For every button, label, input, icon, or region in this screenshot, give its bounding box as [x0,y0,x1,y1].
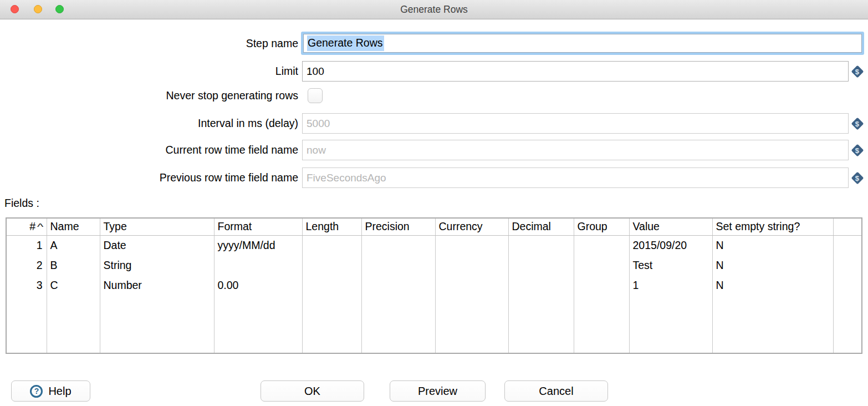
variable-icon[interactable]: $ [851,117,864,130]
help-button-label: Help [48,385,71,398]
spacer-column-header [833,219,861,235]
column-header-value[interactable]: Value [629,219,712,235]
table-cell[interactable]: 0.00 [214,275,302,295]
fields-section-label: Fields : [4,197,39,210]
column-header-name[interactable]: Name [47,219,100,235]
empty-cell[interactable] [629,295,712,353]
table-cell[interactable]: C [47,275,100,295]
table-cell[interactable]: Date [100,235,214,255]
ok-button[interactable]: OK [261,380,364,402]
table-cell[interactable]: N [712,235,833,255]
empty-cell[interactable] [833,295,861,353]
table-cell[interactable] [361,235,435,255]
current-row-time-input[interactable] [302,140,849,160]
table-cell[interactable]: A [47,235,100,255]
empty-cell[interactable] [302,295,361,353]
table-cell[interactable]: yyyy/MM/dd [214,235,302,255]
cancel-button-label: Cancel [539,385,573,398]
sort-ascending-icon: ^ [37,222,43,232]
table-cell[interactable]: N [712,255,833,275]
titlebar[interactable]: Generate Rows [0,0,868,19]
column-header-[interactable]: #^ [7,219,47,235]
column-header-format[interactable]: Format [214,219,302,235]
table-cell[interactable]: String [100,255,214,275]
spacer-cell [833,235,861,255]
table-cell[interactable]: 2 [7,255,47,275]
interval-label: Interval in ms (delay) [0,113,298,134]
table-cell[interactable]: B [47,255,100,275]
ok-button-label: OK [304,385,320,398]
column-header-set-empty-string[interactable]: Set empty string? [712,219,833,235]
table-cell[interactable] [508,255,574,275]
step-name-focus-ring: Generate Rows [301,32,864,55]
table-cell[interactable]: 1 [7,235,47,255]
table-cell[interactable]: Number [100,275,214,295]
table-cell[interactable]: 2015/09/20 [629,235,712,255]
help-icon: ? [30,385,43,398]
table-cell[interactable] [361,275,435,295]
table-cell[interactable] [508,235,574,255]
table-cell[interactable]: 3 [7,275,47,295]
variable-icon[interactable]: $ [851,65,864,78]
empty-cell[interactable] [214,295,302,353]
empty-cell[interactable] [100,295,214,353]
empty-cell[interactable] [361,295,435,353]
window-title: Generate Rows [0,0,868,19]
preview-button-label: Preview [418,385,457,398]
table-cell[interactable]: 1 [629,275,712,295]
column-header-length[interactable]: Length [302,219,361,235]
table-cell[interactable] [574,255,629,275]
empty-cell[interactable] [47,295,100,353]
table-cell[interactable] [302,275,361,295]
step-name-label: Step name [0,32,298,55]
table-row[interactable]: 1ADateyyyy/MM/dd2015/09/20N [7,235,861,255]
empty-cell[interactable] [7,295,47,353]
table-header-row: #^NameTypeFormatLengthPrecisionCurrencyD… [7,219,861,235]
table-cell[interactable] [361,255,435,275]
table-cell[interactable] [574,275,629,295]
previous-row-time-input[interactable] [302,168,849,188]
empty-cell[interactable] [508,295,574,353]
column-header-group[interactable]: Group [574,219,629,235]
table-cell[interactable] [302,235,361,255]
selected-text: Generate Rows [307,35,384,51]
step-name-input[interactable]: Generate Rows [303,34,862,53]
empty-table-area[interactable] [7,295,861,353]
table-cell[interactable] [574,235,629,255]
cancel-button[interactable]: Cancel [504,380,608,402]
current-row-time-label: Current row time field name [0,140,298,160]
spacer-cell [833,275,861,295]
table-cell[interactable] [508,275,574,295]
fields-table[interactable]: #^NameTypeFormatLengthPrecisionCurrencyD… [6,217,862,354]
column-header-decimal[interactable]: Decimal [508,219,574,235]
limit-input[interactable] [302,61,849,82]
table-cell[interactable] [302,255,361,275]
table-cell[interactable] [214,255,302,275]
limit-label: Limit [0,61,298,82]
empty-cell[interactable] [435,295,508,353]
interval-input[interactable] [302,113,849,134]
never-stop-checkbox[interactable] [308,88,323,103]
column-header-currency[interactable]: Currency [435,219,508,235]
column-header-precision[interactable]: Precision [361,219,435,235]
empty-cell[interactable] [574,295,629,353]
table-row[interactable]: 2BStringTestN [7,255,861,275]
table-row[interactable]: 3CNumber0.001N [7,275,861,295]
help-button[interactable]: ? Help [11,380,90,402]
variable-icon[interactable]: $ [851,144,864,157]
never-stop-label: Never stop generating rows [0,88,298,103]
table-cell[interactable] [435,275,508,295]
spacer-cell [833,255,861,275]
table-cell[interactable]: Test [629,255,712,275]
previous-row-time-label: Previous row time field name [0,168,298,188]
variable-icon[interactable]: $ [851,171,864,185]
table-cell[interactable]: N [712,275,833,295]
preview-button[interactable]: Preview [390,380,486,402]
column-header-type[interactable]: Type [100,219,214,235]
table-cell[interactable] [435,255,508,275]
table-cell[interactable] [435,235,508,255]
empty-cell[interactable] [712,295,833,353]
